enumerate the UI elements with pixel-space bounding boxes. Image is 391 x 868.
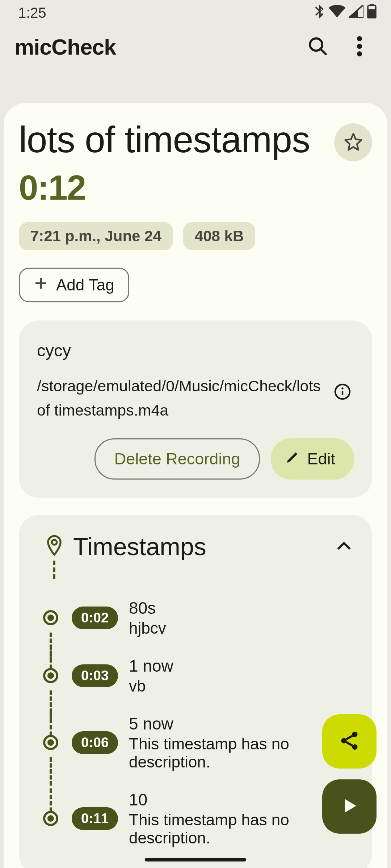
svg-line-4	[320, 49, 325, 54]
svg-point-16	[352, 732, 358, 737]
timestamp-label: 80s	[129, 598, 355, 618]
svg-point-18	[352, 744, 358, 750]
search-button[interactable]	[297, 26, 339, 68]
timestamp-label: 10	[129, 790, 355, 809]
timestamp-label: 5 now	[129, 714, 355, 733]
more-vert-icon	[357, 36, 362, 58]
timestamp-time: 0:03	[72, 664, 118, 687]
svg-rect-1	[370, 4, 374, 6]
timestamp-desc: This timestamp has no description.	[129, 811, 355, 847]
app-title: micCheck	[14, 34, 297, 60]
info-icon	[334, 395, 351, 401]
timestamps-card: Timestamps 0:02 80s hjbcv	[19, 515, 372, 868]
filesize-chip: 408 kB	[183, 222, 255, 250]
svg-point-7	[357, 51, 362, 56]
battery-icon	[367, 4, 377, 22]
timestamps-title: Timestamps	[73, 532, 333, 561]
timeline-dot-icon	[43, 735, 58, 750]
favorite-button[interactable]	[334, 123, 372, 161]
svg-rect-2	[369, 9, 375, 18]
cell-signal-icon	[349, 5, 363, 21]
datetime-chip: 7:21 p.m., June 24	[19, 222, 173, 250]
svg-point-6	[357, 44, 362, 49]
timestamp-label: 1 now	[129, 656, 355, 676]
recording-note: cycy	[37, 340, 354, 360]
timestamp-time: 0:11	[72, 807, 118, 830]
svg-point-13	[52, 540, 56, 545]
timestamp-time: 0:06	[72, 731, 118, 754]
add-tag-button[interactable]: Add Tag	[19, 268, 129, 302]
svg-line-20	[346, 742, 353, 746]
recording-duration: 0:12	[19, 168, 372, 208]
timestamp-row[interactable]: 0:11 10 This timestamp has no descriptio…	[36, 780, 355, 856]
recording-info-card: cycy /storage/emulated/0/Music/micCheck/…	[19, 320, 372, 498]
edit-button[interactable]: Edit	[271, 438, 354, 480]
wifi-icon	[329, 5, 345, 21]
timestamp-row[interactable]: 0:02 80s hjbcv	[36, 589, 355, 647]
info-button[interactable]	[334, 383, 351, 402]
svg-point-17	[341, 738, 347, 744]
timestamp-desc: hjbcv	[129, 619, 355, 637]
svg-line-19	[346, 736, 353, 739]
status-right	[314, 4, 377, 22]
bluetooth-icon	[314, 4, 325, 22]
edit-label: Edit	[307, 450, 335, 468]
nav-indicator	[145, 858, 246, 861]
play-icon	[340, 797, 358, 816]
timestamp-row[interactable]: 0:03 1 now vb	[36, 647, 355, 705]
status-bar: 1:25	[0, 0, 391, 25]
collapse-button[interactable]	[333, 536, 355, 557]
pencil-icon	[285, 450, 300, 468]
star-outline-icon	[344, 132, 363, 153]
timestamp-row[interactable]: 0:06 5 now This timestamp has no descrip…	[36, 705, 355, 780]
timestamp-desc: This timestamp has no description.	[129, 735, 355, 771]
chevron-up-icon	[336, 541, 352, 552]
timestamps-header[interactable]: Timestamps	[36, 532, 355, 561]
add-tag-label: Add Tag	[56, 276, 114, 294]
timestamp-desc: vb	[129, 677, 355, 695]
timestamp-time: 0:02	[72, 607, 118, 629]
timeline-dot-icon	[43, 811, 58, 826]
play-fab[interactable]	[322, 779, 377, 834]
share-fab[interactable]	[322, 714, 377, 769]
search-icon	[307, 36, 328, 58]
svg-point-5	[357, 36, 362, 41]
timeline-dot-icon	[43, 610, 58, 625]
share-icon	[339, 730, 360, 753]
timeline-dot-icon	[43, 668, 58, 683]
overflow-menu-button[interactable]	[339, 26, 380, 68]
delete-recording-button[interactable]: Delete Recording	[94, 438, 260, 480]
location-pin-icon	[46, 535, 63, 558]
svg-point-11	[341, 387, 344, 390]
recording-path: /storage/emulated/0/Music/micCheck/lots …	[37, 374, 330, 422]
plus-icon	[34, 276, 48, 294]
status-time: 1:25	[18, 5, 46, 21]
recording-title: lots of timestamps	[19, 120, 310, 159]
app-bar: micCheck	[0, 25, 391, 69]
timestamps-list: 0:02 80s hjbcv 0:03 1 now vb	[36, 589, 355, 856]
